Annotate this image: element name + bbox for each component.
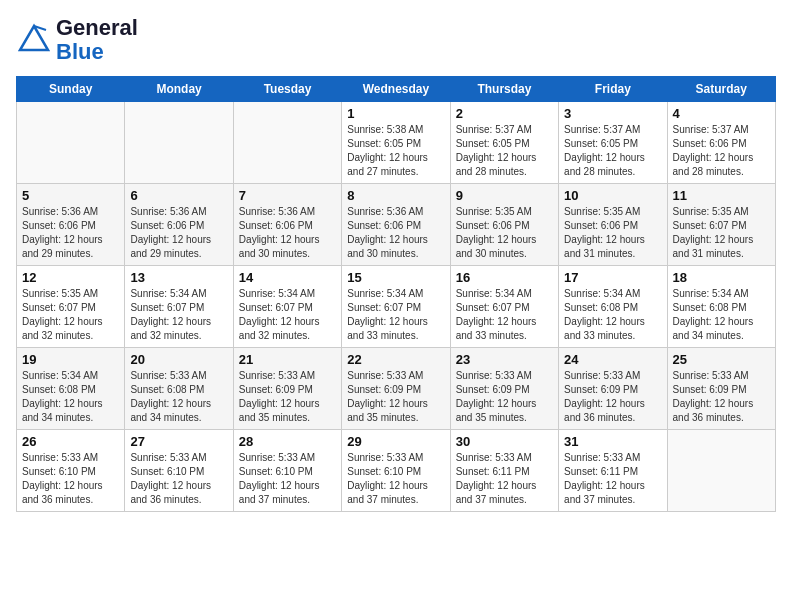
day-cell-17: 17Sunrise: 5:34 AMSunset: 6:08 PMDayligh…	[559, 266, 667, 348]
day-cell-1: 1Sunrise: 5:38 AMSunset: 6:05 PMDaylight…	[342, 102, 450, 184]
day-header-monday: Monday	[125, 77, 233, 102]
day-header-wednesday: Wednesday	[342, 77, 450, 102]
day-number: 3	[564, 106, 661, 121]
page-header: GeneralBlue	[16, 16, 776, 64]
day-cell-27: 27Sunrise: 5:33 AMSunset: 6:10 PMDayligh…	[125, 430, 233, 512]
day-info: Sunrise: 5:34 AMSunset: 6:08 PMDaylight:…	[673, 287, 770, 343]
day-info: Sunrise: 5:34 AMSunset: 6:08 PMDaylight:…	[564, 287, 661, 343]
day-info: Sunrise: 5:36 AMSunset: 6:06 PMDaylight:…	[130, 205, 227, 261]
day-cell-12: 12Sunrise: 5:35 AMSunset: 6:07 PMDayligh…	[17, 266, 125, 348]
day-info: Sunrise: 5:34 AMSunset: 6:07 PMDaylight:…	[130, 287, 227, 343]
day-cell-16: 16Sunrise: 5:34 AMSunset: 6:07 PMDayligh…	[450, 266, 558, 348]
day-cell-4: 4Sunrise: 5:37 AMSunset: 6:06 PMDaylight…	[667, 102, 775, 184]
day-info: Sunrise: 5:38 AMSunset: 6:05 PMDaylight:…	[347, 123, 444, 179]
day-header-tuesday: Tuesday	[233, 77, 341, 102]
day-cell-7: 7Sunrise: 5:36 AMSunset: 6:06 PMDaylight…	[233, 184, 341, 266]
logo-text: GeneralBlue	[56, 16, 138, 64]
day-number: 10	[564, 188, 661, 203]
day-number: 25	[673, 352, 770, 367]
day-cell-19: 19Sunrise: 5:34 AMSunset: 6:08 PMDayligh…	[17, 348, 125, 430]
day-cell-10: 10Sunrise: 5:35 AMSunset: 6:06 PMDayligh…	[559, 184, 667, 266]
day-cell-13: 13Sunrise: 5:34 AMSunset: 6:07 PMDayligh…	[125, 266, 233, 348]
day-number: 30	[456, 434, 553, 449]
day-number: 11	[673, 188, 770, 203]
day-cell-15: 15Sunrise: 5:34 AMSunset: 6:07 PMDayligh…	[342, 266, 450, 348]
logo-icon	[16, 22, 52, 58]
day-cell-24: 24Sunrise: 5:33 AMSunset: 6:09 PMDayligh…	[559, 348, 667, 430]
day-number: 29	[347, 434, 444, 449]
day-info: Sunrise: 5:33 AMSunset: 6:11 PMDaylight:…	[456, 451, 553, 507]
day-info: Sunrise: 5:34 AMSunset: 6:08 PMDaylight:…	[22, 369, 119, 425]
day-info: Sunrise: 5:36 AMSunset: 6:06 PMDaylight:…	[239, 205, 336, 261]
day-info: Sunrise: 5:33 AMSunset: 6:10 PMDaylight:…	[22, 451, 119, 507]
logo: GeneralBlue	[16, 16, 138, 64]
day-cell-20: 20Sunrise: 5:33 AMSunset: 6:08 PMDayligh…	[125, 348, 233, 430]
day-header-sunday: Sunday	[17, 77, 125, 102]
week-row-4: 19Sunrise: 5:34 AMSunset: 6:08 PMDayligh…	[17, 348, 776, 430]
day-cell-2: 2Sunrise: 5:37 AMSunset: 6:05 PMDaylight…	[450, 102, 558, 184]
empty-cell	[125, 102, 233, 184]
day-number: 12	[22, 270, 119, 285]
empty-cell	[233, 102, 341, 184]
day-number: 6	[130, 188, 227, 203]
calendar-table: SundayMondayTuesdayWednesdayThursdayFrid…	[16, 76, 776, 512]
day-info: Sunrise: 5:33 AMSunset: 6:09 PMDaylight:…	[673, 369, 770, 425]
day-number: 31	[564, 434, 661, 449]
day-number: 22	[347, 352, 444, 367]
empty-cell	[667, 430, 775, 512]
day-number: 23	[456, 352, 553, 367]
day-info: Sunrise: 5:36 AMSunset: 6:06 PMDaylight:…	[347, 205, 444, 261]
day-info: Sunrise: 5:34 AMSunset: 6:07 PMDaylight:…	[456, 287, 553, 343]
day-info: Sunrise: 5:33 AMSunset: 6:11 PMDaylight:…	[564, 451, 661, 507]
day-cell-30: 30Sunrise: 5:33 AMSunset: 6:11 PMDayligh…	[450, 430, 558, 512]
day-info: Sunrise: 5:35 AMSunset: 6:06 PMDaylight:…	[564, 205, 661, 261]
week-row-1: 1Sunrise: 5:38 AMSunset: 6:05 PMDaylight…	[17, 102, 776, 184]
day-number: 21	[239, 352, 336, 367]
day-number: 27	[130, 434, 227, 449]
day-info: Sunrise: 5:33 AMSunset: 6:09 PMDaylight:…	[347, 369, 444, 425]
day-number: 7	[239, 188, 336, 203]
day-number: 14	[239, 270, 336, 285]
day-number: 19	[22, 352, 119, 367]
day-header-saturday: Saturday	[667, 77, 775, 102]
day-info: Sunrise: 5:37 AMSunset: 6:06 PMDaylight:…	[673, 123, 770, 179]
day-info: Sunrise: 5:33 AMSunset: 6:08 PMDaylight:…	[130, 369, 227, 425]
day-info: Sunrise: 5:33 AMSunset: 6:09 PMDaylight:…	[456, 369, 553, 425]
day-number: 24	[564, 352, 661, 367]
day-cell-23: 23Sunrise: 5:33 AMSunset: 6:09 PMDayligh…	[450, 348, 558, 430]
day-info: Sunrise: 5:33 AMSunset: 6:10 PMDaylight:…	[347, 451, 444, 507]
day-info: Sunrise: 5:33 AMSunset: 6:09 PMDaylight:…	[564, 369, 661, 425]
day-info: Sunrise: 5:35 AMSunset: 6:07 PMDaylight:…	[22, 287, 119, 343]
day-cell-21: 21Sunrise: 5:33 AMSunset: 6:09 PMDayligh…	[233, 348, 341, 430]
day-info: Sunrise: 5:36 AMSunset: 6:06 PMDaylight:…	[22, 205, 119, 261]
day-info: Sunrise: 5:33 AMSunset: 6:10 PMDaylight:…	[239, 451, 336, 507]
day-cell-29: 29Sunrise: 5:33 AMSunset: 6:10 PMDayligh…	[342, 430, 450, 512]
day-cell-5: 5Sunrise: 5:36 AMSunset: 6:06 PMDaylight…	[17, 184, 125, 266]
day-info: Sunrise: 5:34 AMSunset: 6:07 PMDaylight:…	[347, 287, 444, 343]
day-info: Sunrise: 5:33 AMSunset: 6:09 PMDaylight:…	[239, 369, 336, 425]
day-number: 13	[130, 270, 227, 285]
day-cell-11: 11Sunrise: 5:35 AMSunset: 6:07 PMDayligh…	[667, 184, 775, 266]
day-number: 17	[564, 270, 661, 285]
day-cell-28: 28Sunrise: 5:33 AMSunset: 6:10 PMDayligh…	[233, 430, 341, 512]
day-header-thursday: Thursday	[450, 77, 558, 102]
day-cell-14: 14Sunrise: 5:34 AMSunset: 6:07 PMDayligh…	[233, 266, 341, 348]
days-of-week-row: SundayMondayTuesdayWednesdayThursdayFrid…	[17, 77, 776, 102]
day-number: 9	[456, 188, 553, 203]
day-header-friday: Friday	[559, 77, 667, 102]
day-info: Sunrise: 5:35 AMSunset: 6:06 PMDaylight:…	[456, 205, 553, 261]
day-cell-22: 22Sunrise: 5:33 AMSunset: 6:09 PMDayligh…	[342, 348, 450, 430]
day-info: Sunrise: 5:35 AMSunset: 6:07 PMDaylight:…	[673, 205, 770, 261]
day-number: 28	[239, 434, 336, 449]
day-number: 15	[347, 270, 444, 285]
day-number: 8	[347, 188, 444, 203]
day-info: Sunrise: 5:37 AMSunset: 6:05 PMDaylight:…	[564, 123, 661, 179]
day-number: 4	[673, 106, 770, 121]
day-number: 20	[130, 352, 227, 367]
day-number: 16	[456, 270, 553, 285]
day-cell-6: 6Sunrise: 5:36 AMSunset: 6:06 PMDaylight…	[125, 184, 233, 266]
week-row-5: 26Sunrise: 5:33 AMSunset: 6:10 PMDayligh…	[17, 430, 776, 512]
day-number: 18	[673, 270, 770, 285]
day-number: 26	[22, 434, 119, 449]
day-cell-9: 9Sunrise: 5:35 AMSunset: 6:06 PMDaylight…	[450, 184, 558, 266]
